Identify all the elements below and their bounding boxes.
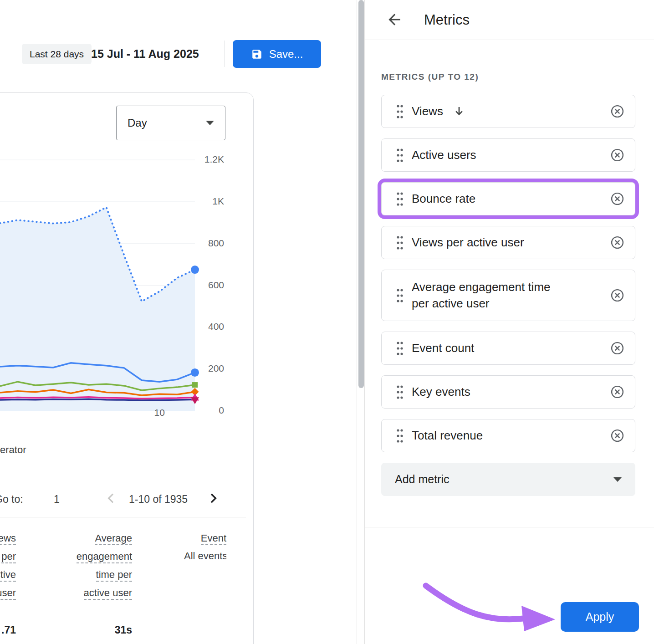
drag-handle-icon[interactable] bbox=[396, 235, 404, 251]
metric-label: Views bbox=[412, 103, 443, 119]
header-word: engagement bbox=[77, 551, 132, 563]
pagination-range: 1-10 of 1935 bbox=[129, 493, 188, 506]
metric-label: Key events bbox=[412, 384, 470, 400]
y-axis-label: 400 bbox=[197, 321, 224, 332]
drag-handle-icon[interactable] bbox=[396, 147, 404, 164]
y-axis-label: 1.2K bbox=[197, 154, 224, 165]
save-button[interactable]: Save... bbox=[233, 40, 321, 68]
date-range-chip[interactable]: Last 28 days bbox=[22, 44, 92, 64]
panel-divider bbox=[365, 527, 654, 527]
metric-item-event-count[interactable]: Event count bbox=[381, 332, 635, 365]
metric-label: Views per active user bbox=[412, 235, 524, 250]
metric-item-avg-engagement-time[interactable]: Average engagement time per active user bbox=[381, 270, 635, 321]
y-axis-label: 1K bbox=[197, 196, 224, 207]
apply-button[interactable]: Apply bbox=[561, 602, 639, 632]
granularity-dropdown[interactable]: Day bbox=[116, 106, 225, 140]
drag-handle-icon[interactable] bbox=[396, 340, 404, 357]
column-header-event[interactable]: Event bbox=[184, 529, 226, 547]
metric-label: Event count bbox=[412, 340, 474, 356]
legend-partial-text: erator bbox=[0, 444, 26, 456]
column-header-avg-engagement-time[interactable]: Average engagement time per active user bbox=[41, 529, 132, 602]
header-word: Event bbox=[201, 532, 226, 545]
remove-metric-icon[interactable] bbox=[610, 384, 625, 399]
header-word: Views bbox=[0, 532, 16, 545]
metric-item-key-events[interactable]: Key events bbox=[381, 375, 635, 409]
remove-metric-icon[interactable] bbox=[610, 288, 625, 303]
column-subheader-all-events: All events bbox=[184, 550, 226, 562]
metric-label: Active users bbox=[412, 147, 476, 163]
metric-label: Bounce rate bbox=[412, 191, 475, 207]
drag-handle-icon[interactable] bbox=[396, 428, 404, 444]
save-icon bbox=[251, 48, 263, 60]
metric-item-views[interactable]: Views bbox=[381, 95, 635, 128]
metric-item-total-revenue[interactable]: Total revenue bbox=[381, 419, 635, 452]
header-word: user bbox=[0, 587, 16, 600]
y-axis-label: 0 bbox=[197, 405, 224, 416]
metric-label: Total revenue bbox=[412, 428, 483, 444]
header-word: time per bbox=[96, 569, 132, 582]
vertical-scrollbar-thumb[interactable] bbox=[358, 0, 364, 388]
sort-descending-icon bbox=[452, 105, 466, 118]
metric-item-active-users[interactable]: Active users bbox=[381, 138, 635, 172]
go-to-label: Go to: bbox=[0, 493, 23, 506]
header-word: active bbox=[0, 569, 16, 582]
metric-label: Average engagement time per active user bbox=[412, 279, 569, 311]
table-divider bbox=[0, 517, 246, 517]
drag-handle-icon[interactable] bbox=[396, 384, 404, 400]
y-axis-label: 600 bbox=[197, 280, 224, 291]
y-axis-label: 800 bbox=[197, 238, 224, 249]
vertical-scrollbar-track[interactable] bbox=[357, 0, 365, 644]
panel-title: Metrics bbox=[424, 0, 470, 40]
metric-item-bounce-rate[interactable]: Bounce rate bbox=[381, 182, 635, 215]
explore-line-chart bbox=[0, 150, 196, 414]
annotation-arrow bbox=[419, 579, 565, 629]
table-cell-value: 31s bbox=[41, 624, 132, 636]
page-number-input[interactable]: 1 bbox=[54, 493, 60, 506]
header-divider bbox=[225, 41, 225, 67]
metrics-section-label: METRICS (UP TO 12) bbox=[381, 72, 479, 82]
add-metric-dropdown[interactable]: Add metric bbox=[381, 463, 635, 496]
ga-explore-screen: Last 28 days 15 Jul - 11 Aug 2025 Save..… bbox=[0, 0, 654, 644]
x-axis-label: 10 bbox=[150, 407, 169, 418]
remove-metric-icon[interactable] bbox=[610, 191, 625, 206]
metrics-panel: Metrics METRICS (UP TO 12) Views Active … bbox=[365, 0, 654, 644]
remove-metric-icon[interactable] bbox=[610, 104, 625, 119]
drag-handle-icon[interactable] bbox=[396, 287, 404, 304]
remove-metric-icon[interactable] bbox=[610, 235, 625, 250]
y-axis-label: 200 bbox=[197, 363, 224, 374]
next-page-icon[interactable] bbox=[206, 491, 220, 506]
granularity-value: Day bbox=[128, 117, 147, 129]
chevron-down-icon bbox=[206, 121, 214, 125]
metric-item-views-per-active-user[interactable]: Views per active user bbox=[381, 226, 635, 259]
column-header-views-per-active-user[interactable]: Views per active user bbox=[0, 529, 16, 602]
remove-metric-icon[interactable] bbox=[610, 428, 625, 443]
previous-page-icon[interactable] bbox=[104, 491, 118, 506]
table-cell-value: .71 bbox=[0, 624, 16, 636]
header-word: per bbox=[1, 551, 16, 563]
header-word: Average bbox=[95, 532, 132, 545]
remove-metric-icon[interactable] bbox=[610, 341, 625, 356]
remove-metric-icon[interactable] bbox=[610, 148, 625, 163]
header-word: active user bbox=[84, 587, 132, 600]
date-range-text[interactable]: 15 Jul - 11 Aug 2025 bbox=[91, 44, 199, 64]
add-metric-label: Add metric bbox=[395, 473, 449, 486]
chevron-down-icon bbox=[613, 477, 622, 482]
save-button-label: Save... bbox=[269, 48, 303, 61]
drag-handle-icon[interactable] bbox=[396, 103, 404, 120]
metrics-panel-header: Metrics bbox=[365, 0, 654, 40]
report-pane: Last 28 days 15 Jul - 11 Aug 2025 Save..… bbox=[0, 0, 357, 644]
drag-handle-icon[interactable] bbox=[396, 191, 404, 207]
back-arrow-icon[interactable] bbox=[386, 11, 403, 28]
